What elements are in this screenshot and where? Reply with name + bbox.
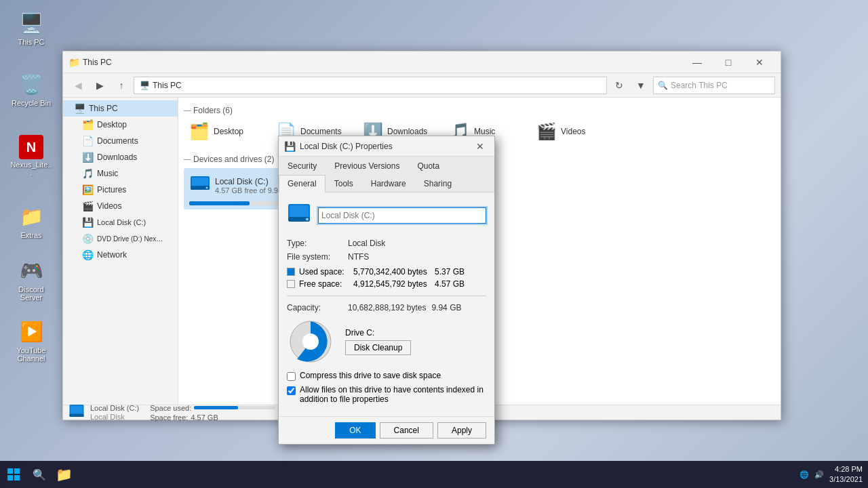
- svg-point-15: [302, 333, 319, 350]
- tab-quota[interactable]: Quota: [408, 157, 448, 175]
- ok-button[interactable]: OK: [335, 422, 375, 439]
- used-space-bytes: 5,770,342,400 bytes: [353, 267, 435, 277]
- tab-sharing[interactable]: Sharing: [415, 175, 460, 192]
- used-space-gb: 5.37 GB: [435, 267, 465, 277]
- tab-general[interactable]: General: [279, 175, 326, 192]
- free-space-bytes: 4,912,545,792 bytes: [353, 279, 435, 289]
- dialog-content: Type: Local Disk File system: NTFS Used …: [279, 192, 494, 416]
- dialog-title-icon: 💾: [284, 141, 296, 152]
- drive-header-icon: [287, 201, 311, 230]
- dialog-close-button[interactable]: ✕: [471, 138, 489, 155]
- drive-name-input[interactable]: [318, 207, 486, 224]
- filesystem-row: File system: NTFS: [287, 252, 486, 262]
- free-space-color: [287, 280, 295, 288]
- tab-security[interactable]: Security: [279, 157, 326, 175]
- svg-point-13: [306, 218, 309, 221]
- used-space-color: [287, 268, 295, 276]
- desktop: 🖥️ This PC 🗑️ Recycle Bin N Nexus_Lite..…: [0, 0, 868, 488]
- used-space-label: Used space:: [299, 267, 353, 277]
- drive-header: [287, 201, 486, 230]
- filesystem-label: File system:: [287, 252, 348, 262]
- tab-hardware[interactable]: Hardware: [362, 175, 415, 192]
- dialog-overlay: 💾 Local Disk (C:) Properties ✕ Security …: [0, 0, 868, 488]
- dialog-titlebar: 💾 Local Disk (C:) Properties ✕: [279, 136, 494, 157]
- capacity-label: Capacity:: [287, 303, 348, 312]
- used-space-row: Used space: 5,770,342,400 bytes 5.37 GB: [287, 267, 486, 277]
- capacity-row: Capacity: 10,682,888,192 bytes 9.94 GB: [287, 303, 486, 312]
- drive-label-cleanup: Drive C: Disk Cleanup: [345, 328, 411, 355]
- compress-checkbox[interactable]: [287, 372, 296, 381]
- tab-tools[interactable]: Tools: [326, 175, 362, 192]
- pie-area: Drive C: Disk Cleanup: [287, 318, 486, 365]
- disk-cleanup-button[interactable]: Disk Cleanup: [345, 340, 411, 355]
- type-label: Type:: [287, 239, 348, 248]
- dialog-title: Local Disk (C:) Properties: [300, 142, 471, 151]
- space-rows: Used space: 5,770,342,400 bytes 5.37 GB …: [287, 267, 486, 289]
- type-row: Type: Local Disk: [287, 239, 486, 248]
- properties-dialog: 💾 Local Disk (C:) Properties ✕ Security …: [278, 136, 495, 445]
- pie-chart: [287, 318, 334, 365]
- free-space-gb: 4.57 GB: [435, 279, 465, 289]
- drive-c-label: Drive C:: [345, 328, 411, 338]
- type-value: Local Disk: [348, 239, 385, 248]
- index-checkbox-row: Allow files on this drive to have conten…: [287, 385, 486, 404]
- apply-button[interactable]: Apply: [437, 422, 486, 439]
- capacity-gb: 9.94 GB: [431, 303, 461, 312]
- capacity-bytes: 10,682,888,192 bytes: [348, 303, 426, 312]
- dialog-buttons: OK Cancel Apply: [279, 416, 494, 444]
- filesystem-value: NTFS: [348, 252, 369, 262]
- tab-previous-versions[interactable]: Previous Versions: [326, 157, 408, 175]
- free-space-row: Free space: 4,912,545,792 bytes 4.57 GB: [287, 279, 486, 289]
- compress-label: Compress this drive to save disk space: [300, 371, 441, 380]
- compress-checkbox-row: Compress this drive to save disk space: [287, 371, 486, 381]
- pie-chart-svg: [287, 318, 334, 365]
- free-space-label: Free space:: [299, 279, 353, 289]
- separator-1: [287, 296, 486, 296]
- cancel-button[interactable]: Cancel: [380, 422, 433, 439]
- index-checkbox[interactable]: [287, 386, 296, 395]
- dialog-tabs: Security Previous Versions Quota General…: [279, 157, 494, 192]
- index-label: Allow files on this drive to have conten…: [300, 385, 486, 404]
